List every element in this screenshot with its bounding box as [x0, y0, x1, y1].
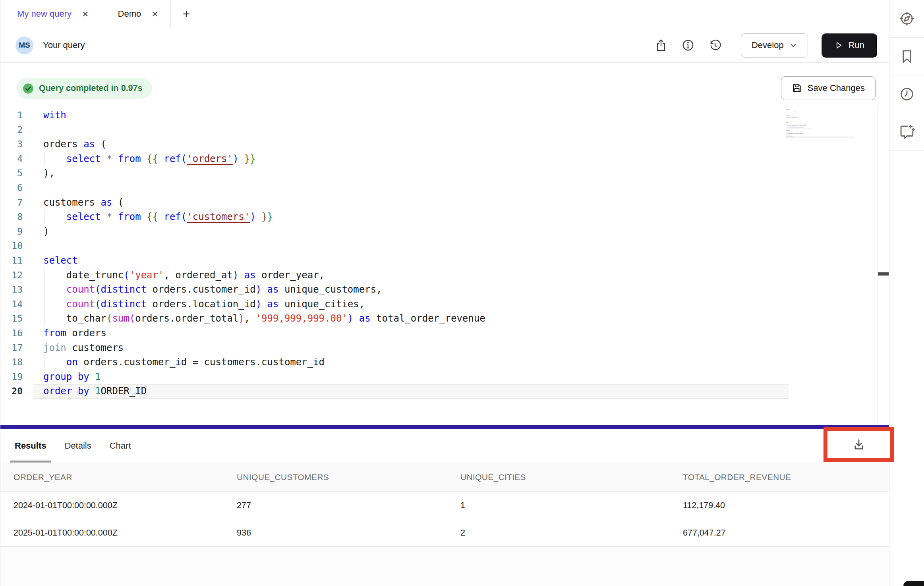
code-line[interactable]: 12 date_trunc('year', ordered_at) as ord…: [0, 268, 878, 283]
code-line[interactable]: 10: [0, 239, 878, 253]
line-number: 16: [0, 326, 33, 341]
history-icon[interactable]: [708, 39, 722, 52]
column-header: ORDER_YEAR: [0, 463, 224, 492]
tab-my-new-query[interactable]: My new query ✕: [0, 0, 101, 28]
editor-tab-bar: My new query ✕ Demo ✕ +: [0, 0, 889, 28]
code-line[interactable]: 7customers as (: [0, 195, 878, 210]
column-header: UNIQUE_CITIES: [447, 463, 670, 492]
indent-guide: [44, 311, 44, 326]
app-window: My new query ✕ Demo ✕ + MS Your query: [0, 0, 924, 586]
info-icon[interactable]: [681, 39, 695, 52]
chevron-down-icon: [789, 41, 797, 49]
close-tab-icon[interactable]: ✕: [82, 10, 89, 18]
code-line[interactable]: 15 to_char(sum(orders.order_total), '999…: [0, 311, 878, 326]
play-icon: [834, 41, 843, 50]
tab-demo[interactable]: Demo ✕: [101, 0, 171, 28]
line-number: 1: [0, 108, 33, 123]
code-line[interactable]: 14 count(distinct orders.location_id) as…: [0, 297, 878, 312]
page-title: Your query: [43, 40, 85, 50]
code-line-content[interactable]: count(distinct orders.customer_id) as un…: [33, 282, 789, 297]
code-line-content[interactable]: to_char(sum(orders.order_total), '999,99…: [33, 311, 789, 326]
check-circle-icon: [23, 83, 34, 94]
code-line[interactable]: 17join customers: [0, 341, 878, 355]
column-header: UNIQUE_CUSTOMERS: [224, 463, 447, 492]
code-line[interactable]: 20order by 1ORDER_ID: [0, 384, 878, 399]
code-line-content[interactable]: customers as (: [33, 195, 789, 210]
code-line: order by 1ORDER_ID: [786, 136, 855, 138]
code-line-content[interactable]: with: [33, 108, 789, 123]
sql-editor[interactable]: Query completed in 0.97s Save Changes 1w…: [0, 63, 889, 425]
line-number: 2: [0, 123, 33, 137]
line-number: 13: [0, 282, 33, 297]
code-line-content[interactable]: from orders: [33, 326, 789, 341]
pane-resizer[interactable]: [0, 425, 889, 429]
editor-minimap[interactable]: withorders as ( select * from {{ ref('or…: [786, 105, 855, 145]
tab-results[interactable]: Results: [15, 429, 46, 463]
history-clock-icon[interactable]: [889, 75, 924, 113]
download-icon: [852, 438, 866, 451]
code-area[interactable]: 1with23orders as (4 select * from {{ ref…: [0, 108, 878, 399]
table-cell: 1: [447, 492, 670, 519]
code-line[interactable]: 6: [0, 181, 878, 195]
code-line[interactable]: 11select: [0, 253, 878, 268]
annotation-highlight-box: [823, 427, 894, 462]
code-line-content[interactable]: order by 1ORDER_ID: [33, 384, 789, 399]
tab-label: Demo: [118, 9, 141, 19]
code-line[interactable]: 5),: [0, 166, 878, 181]
code-line[interactable]: 2: [0, 123, 878, 137]
indent-guide: [44, 152, 44, 166]
scrollbar-thumb[interactable]: [878, 272, 889, 276]
editor-scrollbar[interactable]: [878, 105, 889, 425]
avatar: MS: [15, 37, 33, 54]
code-line-content[interactable]: group by 1: [33, 370, 789, 384]
code-line[interactable]: 16from orders: [0, 326, 878, 341]
code-line-content[interactable]: count(distinct orders.location_id) as un…: [33, 297, 789, 312]
save-changes-button[interactable]: Save Changes: [781, 76, 876, 100]
line-number: 18: [0, 355, 33, 370]
new-tab-button[interactable]: +: [171, 0, 202, 28]
bookmark-icon[interactable]: [889, 38, 924, 75]
code-line[interactable]: 8 select * from {{ ref('customers') }}: [0, 210, 878, 224]
code-line-content[interactable]: [33, 123, 789, 137]
line-number: 4: [0, 152, 33, 166]
tab-chart[interactable]: Chart: [110, 429, 131, 463]
line-number: 17: [0, 341, 33, 355]
indent-guide: [44, 210, 44, 224]
code-line-content[interactable]: ),: [33, 166, 789, 181]
code-line-content[interactable]: join customers: [33, 341, 789, 355]
tab-details[interactable]: Details: [64, 429, 91, 463]
code-line-content[interactable]: select: [33, 253, 789, 268]
code-line-content[interactable]: date_trunc('year', ordered_at) as order_…: [33, 268, 789, 283]
develop-dropdown[interactable]: Develop: [741, 33, 808, 58]
line-number: 9: [0, 224, 33, 239]
code-line-content: order by 1ORDER_ID: [786, 136, 855, 138]
code-line[interactable]: 1with: [0, 108, 878, 123]
line-number: 6: [0, 181, 33, 195]
code-line-content[interactable]: ): [33, 224, 789, 239]
share-icon[interactable]: [654, 39, 668, 52]
indent-guide: [44, 355, 44, 370]
ai-chat-sparkles-icon[interactable]: [889, 113, 924, 151]
compass-icon[interactable]: [889, 0, 924, 38]
line-number: 19: [0, 370, 33, 384]
sidebar-spacer: [889, 151, 924, 586]
code-line-content[interactable]: select * from {{ ref('orders') }}: [33, 152, 789, 166]
code-line-content[interactable]: [33, 181, 789, 195]
code-line[interactable]: 13 count(distinct orders.customer_id) as…: [0, 282, 878, 297]
download-results-button[interactable]: [852, 438, 866, 451]
table-row: 2025-01-01T00:00:00.000Z9362677,047.27: [0, 519, 889, 547]
indent-guide: [44, 282, 44, 297]
code-line-content[interactable]: on orders.customer_id = customers.custom…: [33, 355, 789, 370]
code-line[interactable]: 3orders as (: [0, 137, 878, 152]
table-header-row: ORDER_YEARUNIQUE_CUSTOMERSUNIQUE_CITIEST…: [0, 463, 889, 492]
close-tab-icon[interactable]: ✕: [151, 10, 159, 18]
code-line-content[interactable]: orders as (: [33, 137, 789, 152]
code-line[interactable]: 18 on orders.customer_id = customers.cus…: [0, 355, 878, 370]
code-line[interactable]: 9): [0, 224, 878, 239]
code-line-content[interactable]: [33, 239, 789, 253]
code-line[interactable]: 4 select * from {{ ref('orders') }}: [0, 152, 878, 166]
code-line[interactable]: 19group by 1: [0, 370, 878, 384]
run-button[interactable]: Run: [822, 33, 877, 58]
code-line-content[interactable]: select * from {{ ref('customers') }}: [33, 210, 789, 224]
table-cell: 2024-01-01T00:00:00.000Z: [0, 492, 224, 519]
